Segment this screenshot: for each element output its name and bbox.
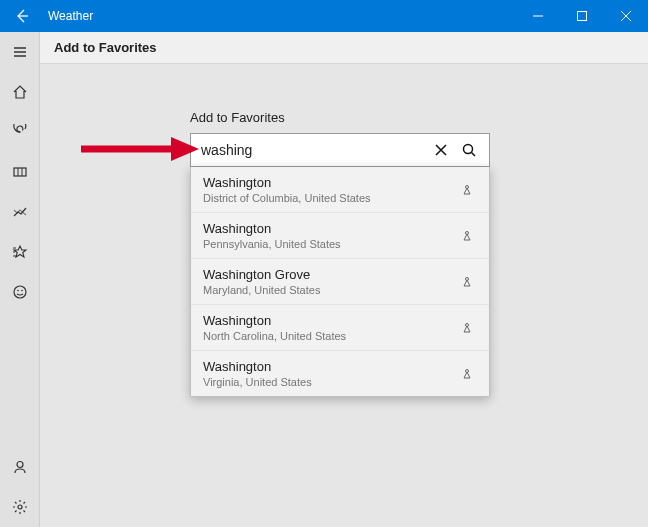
- maximize-button[interactable]: [560, 0, 604, 32]
- pin-icon[interactable]: [457, 321, 477, 335]
- svg-point-4: [17, 290, 19, 292]
- close-button[interactable]: [604, 0, 648, 32]
- svg-point-8: [464, 145, 473, 154]
- radar-icon[interactable]: [0, 112, 40, 152]
- hamburger-icon[interactable]: [0, 32, 40, 72]
- svg-rect-2: [14, 168, 26, 176]
- result-name: Washington: [203, 175, 457, 190]
- search-icon[interactable]: [455, 136, 483, 164]
- result-sub: North Carolina, United States: [203, 330, 457, 342]
- add-favorites-panel: Add to Favorites Washington District of …: [190, 110, 490, 397]
- pin-icon[interactable]: [457, 229, 477, 243]
- result-name: Washington: [203, 221, 457, 236]
- pin-icon[interactable]: [457, 275, 477, 289]
- panel-label: Add to Favorites: [190, 110, 490, 125]
- feedback-icon[interactable]: [0, 272, 40, 312]
- result-item[interactable]: Washington Virginia, United States: [191, 350, 489, 396]
- results-dropdown: Washington District of Columbia, United …: [190, 167, 490, 397]
- home-icon[interactable]: [0, 72, 40, 112]
- minimize-button[interactable]: [516, 0, 560, 32]
- result-name: Washington Grove: [203, 267, 457, 282]
- maps-icon[interactable]: [0, 152, 40, 192]
- pin-icon[interactable]: [457, 367, 477, 381]
- pin-icon[interactable]: [457, 183, 477, 197]
- sidebar: [0, 32, 40, 527]
- svg-point-7: [18, 505, 22, 509]
- result-sub: District of Columbia, United States: [203, 192, 457, 204]
- result-name: Washington: [203, 313, 457, 328]
- result-sub: Pennsylvania, United States: [203, 238, 457, 250]
- result-sub: Maryland, United States: [203, 284, 457, 296]
- svg-point-3: [14, 286, 26, 298]
- svg-point-1: [19, 131, 21, 133]
- svg-point-6: [17, 462, 23, 468]
- result-item[interactable]: Washington North Carolina, United States: [191, 304, 489, 350]
- settings-icon[interactable]: [0, 487, 40, 527]
- svg-point-5: [21, 290, 23, 292]
- titlebar: Weather: [0, 0, 648, 32]
- account-icon[interactable]: [0, 447, 40, 487]
- result-item[interactable]: Washington Pennsylvania, United States: [191, 212, 489, 258]
- svg-rect-0: [578, 12, 587, 21]
- historical-icon[interactable]: [0, 192, 40, 232]
- page-header: Add to Favorites: [40, 32, 648, 64]
- clear-icon[interactable]: [427, 136, 455, 164]
- page-title: Add to Favorites: [54, 40, 157, 55]
- search-input[interactable]: [201, 142, 427, 158]
- result-item[interactable]: Washington District of Columbia, United …: [191, 167, 489, 212]
- window-title: Weather: [44, 9, 93, 23]
- result-name: Washington: [203, 359, 457, 374]
- search-box: [190, 133, 490, 167]
- back-button[interactable]: [0, 0, 44, 32]
- result-sub: Virginia, United States: [203, 376, 457, 388]
- content-area: Add to Favorites Washington District of …: [40, 64, 648, 527]
- result-item[interactable]: Washington Grove Maryland, United States: [191, 258, 489, 304]
- favorites-icon[interactable]: [0, 232, 40, 272]
